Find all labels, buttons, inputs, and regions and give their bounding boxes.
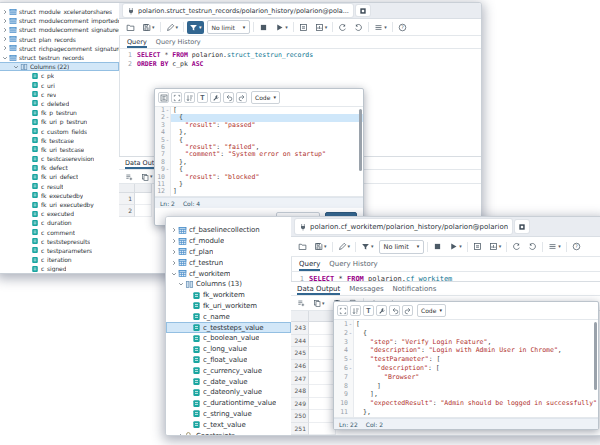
play-button[interactable]: ▾ [447,240,464,253]
tree-item-c-result[interactable]: c_result [0,182,119,191]
rollback-button[interactable] [526,240,539,253]
query-tool-tab[interactable]: polarion.cf_workitem/polarion_history/po… [295,219,512,234]
redo-button[interactable] [402,305,413,316]
tree-item-c-boolean-value[interactable]: c_boolean_value [166,333,291,344]
tree-item-c-rev[interactable]: c_rev [0,90,119,99]
save-button[interactable]: ▾ [140,21,157,34]
edit-button[interactable]: ▾ [164,21,181,34]
chevron-right-icon[interactable] [177,431,185,435]
sort-button[interactable] [184,92,195,103]
stop-button[interactable] [431,240,444,253]
explain-button[interactable] [471,240,484,253]
tree-item-fk-uri-workitem[interactable]: fk_uri_workitem [166,301,291,312]
grid-cell[interactable] [135,205,152,217]
sort-button[interactable] [350,305,361,316]
editor-tab-query[interactable]: Query [127,36,147,48]
detach-tab-button[interactable] [356,5,370,16]
row-number[interactable]: 245 [291,347,309,360]
tree-item-fk-uri-p-testrun[interactable]: fk_uri_p_testrun [0,117,119,126]
chevron-down-icon[interactable] [170,269,178,278]
grid-cell[interactable] [309,360,336,373]
tree-item-constraints[interactable]: Constraints [166,430,291,435]
help-button[interactable]: ? [570,240,583,253]
fold-toggle-icon[interactable]: - [348,320,353,329]
explain-analyze-button[interactable]: ▾ [313,21,330,34]
undo-button[interactable] [389,305,400,316]
query-tool-tab[interactable]: polarion.struct_testrun_records/polarion… [123,4,353,17]
row-number[interactable]: 249 [291,398,309,411]
editor-tab-query[interactable]: Query [299,257,320,271]
chevron-down-icon[interactable] [12,63,20,71]
tree-item-fk-executedby[interactable]: fk_executedby [0,191,119,200]
tree-item-struct-module-xceleratorshares[interactable]: struct_module_xceleratorshares [0,7,119,16]
fold-toggle-icon[interactable]: - [165,137,170,144]
tree-item-c-testcaserevision[interactable]: c_testcaserevision [0,154,119,163]
tree-item-cf-plan[interactable]: cf_plan [166,247,291,258]
redo-button[interactable] [236,92,247,103]
sql-editor[interactable]: 1SELECT * FROM polarion.struct_testrun_r… [119,49,481,69]
grid-cell[interactable] [309,435,336,436]
commit-button[interactable] [336,21,349,34]
row-number[interactable]: 246 [291,360,309,373]
tree-item-c-executed[interactable]: c_executed [0,209,119,218]
chevron-right-icon[interactable] [170,247,178,256]
chevron-right-icon[interactable] [1,26,9,34]
fold-toggle-icon[interactable]: - [165,166,170,173]
row-number[interactable]: 247 [291,372,309,385]
tree-item-fk-p-testrun[interactable]: fk_p_testrun [0,108,119,117]
tree-item-c-long-value[interactable]: c_long_value [166,344,291,355]
tree-item-cf-testrun[interactable]: cf_testrun [166,257,291,268]
grid-cell[interactable] [309,398,336,411]
compact-button[interactable] [337,305,348,316]
tree-item-struct-modulecomment-signaturedata[interactable]: struct_modulecomment_signaturedata [0,25,119,34]
tree-item-struct-modulecomment-importedcomment[interactable]: struct_modulecomment_importedcomment [0,16,119,25]
grid-cell[interactable] [309,322,336,335]
save-button[interactable]: ▾ [312,240,329,253]
chevron-right-icon[interactable] [170,237,178,246]
scrollbar-thumb[interactable] [594,322,597,390]
transform-button[interactable]: T [197,92,208,103]
grid-cell[interactable] [309,335,336,348]
tree-item-c-name[interactable]: c_name [166,311,291,322]
tree-item-c-text-value[interactable]: c_text_value [166,419,291,430]
tree-item-c-float-value[interactable]: c_float_value [166,355,291,366]
tree-item-c-duration[interactable]: c_duration [0,218,119,227]
tree-item-c-comment[interactable]: c_comment [0,228,119,237]
fold-toggle-icon[interactable]: - [165,114,170,121]
transform-button[interactable]: T [363,305,374,316]
editor-tab-query-history[interactable]: Query History [156,36,201,48]
chevron-down-icon[interactable] [177,280,185,289]
tree-item-c-pk[interactable]: c_pk [0,71,119,80]
add-row-button[interactable] [123,170,135,183]
macros-button[interactable]: ▾ [372,21,389,34]
chevron-right-icon[interactable] [170,258,178,267]
grid-cell[interactable] [309,410,336,423]
json-editor[interactable]: 1-[2-{3"step": "Verify Login Feature",4"… [334,319,598,418]
grid-cell[interactable] [309,347,336,360]
chevron-right-icon[interactable] [170,226,178,235]
filter-button[interactable]: ▾ [359,240,376,253]
row-number[interactable]: 1 [119,193,135,205]
tree-item-fk-uri-defect[interactable]: fk_uri_defect [0,172,119,181]
grid-corner-cell[interactable] [119,184,135,193]
grid-cell[interactable] [135,193,152,205]
stop-button[interactable] [257,21,270,34]
rollback-button[interactable] [352,21,365,34]
tree-item-columns-13[interactable]: Columns (13) [166,279,291,290]
tree-item-c-testparameters[interactable]: c_testparameters [0,246,119,255]
add-row-button[interactable] [295,297,307,310]
chevron-down-icon[interactable] [1,54,9,62]
macros-button[interactable]: ▾ [546,240,563,253]
format-button[interactable] [158,92,169,103]
tree-item-c-teststeps-value[interactable]: c_teststeps_value [166,322,291,333]
row-number[interactable]: 244 [291,335,309,348]
undo-button[interactable] [223,92,234,103]
tree-item-struct-testrun-records[interactable]: struct_testrun_records [0,53,119,62]
tree-item-c-dateonly-value[interactable]: c_dateonly_value [166,387,291,398]
scrollbar-thumb[interactable] [359,109,362,171]
tree-item-c-string-value[interactable]: c_string_value [166,409,291,420]
json-editor[interactable]: 1-[2-{3"result": "passed"4},5-{6"result"… [155,106,363,197]
repair-button[interactable] [210,92,221,103]
explain-button[interactable] [297,21,310,34]
chevron-right-icon[interactable] [1,44,9,52]
